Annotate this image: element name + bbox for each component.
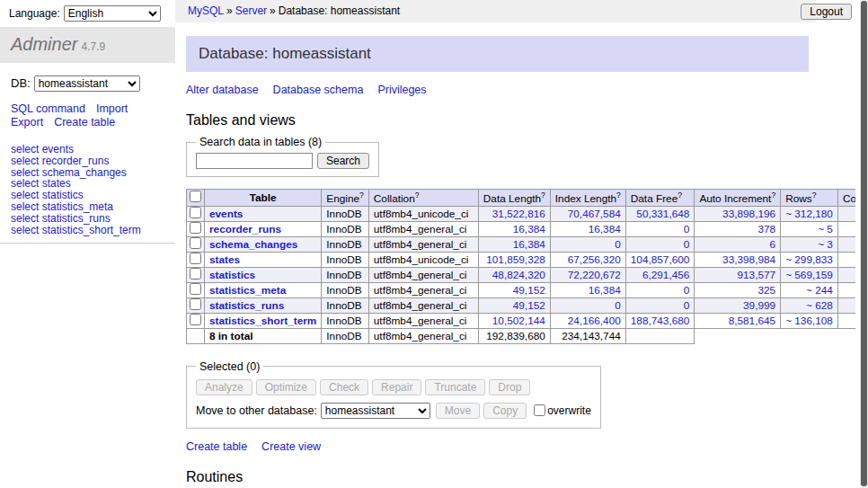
import-link[interactable]: Import: [96, 102, 128, 115]
index-length-link[interactable]: 72,220,672: [555, 269, 621, 281]
auto-increment-link[interactable]: 8,581,645: [699, 315, 775, 327]
auto-increment-link[interactable]: 378: [699, 223, 775, 235]
sidebar-table-link[interactable]: select statistics_short_term: [11, 224, 141, 236]
rows-link[interactable]: ~ 3: [785, 238, 833, 251]
move-db-select[interactable]: homeassistant: [321, 403, 430, 419]
scrollbar-thumb[interactable]: [861, 1, 867, 486]
privileges-link[interactable]: Privileges: [377, 84, 426, 96]
data-free-link[interactable]: 0: [631, 299, 690, 312]
row-checkbox[interactable]: [190, 298, 201, 310]
db-select[interactable]: homeassistant: [34, 75, 140, 92]
overwrite-checkbox[interactable]: [534, 404, 545, 416]
rows-link[interactable]: ~ 136,108: [785, 315, 833, 327]
table-name-link[interactable]: schema_changes: [209, 238, 297, 251]
row-checkbox[interactable]: [190, 283, 201, 295]
rows-link[interactable]: ~ 244: [785, 284, 833, 297]
data-length-link[interactable]: 49,152: [483, 299, 545, 312]
row-checkbox[interactable]: [190, 314, 201, 325]
data-free-link[interactable]: 50,331,648: [631, 208, 690, 220]
database-schema-link[interactable]: Database schema: [273, 84, 364, 96]
cell-table-name: statistics_runs: [205, 297, 322, 313]
totals-data-free: [625, 328, 695, 343]
data-length-link[interactable]: 16,384: [483, 238, 545, 251]
data-length-link[interactable]: 31,522,816: [483, 208, 545, 220]
search-input[interactable]: [196, 153, 313, 169]
data-free-link[interactable]: 188,743,680: [631, 315, 690, 327]
create-table-sidebar-link[interactable]: Create table: [54, 116, 115, 129]
table-name-link[interactable]: statistics_runs: [209, 299, 284, 312]
table-name-link[interactable]: states: [209, 253, 240, 266]
auto-increment-link[interactable]: 39,999: [699, 299, 775, 312]
data-length-link[interactable]: 48,824,320: [483, 269, 545, 281]
cell-index-length: 70,467,584: [550, 206, 625, 221]
create-table-link[interactable]: Create table: [186, 440, 247, 453]
database-actions: Alter databaseDatabase schemaPrivileges: [186, 84, 855, 96]
search-button[interactable]: Search: [317, 153, 369, 169]
data-free-link[interactable]: 6,291,456: [631, 269, 690, 281]
create-view-link[interactable]: Create view: [261, 440, 321, 453]
alter-database-link[interactable]: Alter database: [186, 84, 259, 96]
row-checkbox[interactable]: [190, 268, 201, 279]
move-button[interactable]: Move: [436, 403, 480, 419]
auto-increment-link[interactable]: 33,398,984: [699, 253, 775, 266]
adminer-logo-link[interactable]: Adminer: [11, 34, 77, 54]
cell-auto-increment: 33,398,984: [695, 252, 781, 267]
table-name-link[interactable]: recorder_runs: [209, 223, 281, 235]
rows-link[interactable]: ~ 628: [785, 299, 833, 312]
drop-button[interactable]: Drop: [489, 379, 530, 395]
auto-increment-link[interactable]: 6: [699, 238, 775, 251]
index-length-link[interactable]: 16,384: [555, 223, 621, 235]
sql-command-link[interactable]: SQL command: [11, 102, 85, 115]
cell-data-free: 0: [625, 297, 695, 313]
table-name-link[interactable]: events: [209, 208, 243, 220]
data-length-link[interactable]: 49,152: [483, 284, 545, 297]
index-length-link[interactable]: 16,384: [555, 284, 621, 297]
auto-increment-link[interactable]: 33,898,196: [699, 208, 775, 220]
optimize-button[interactable]: Optimize: [256, 379, 316, 395]
rows-link[interactable]: ~ 299,833: [785, 253, 833, 266]
repair-button[interactable]: Repair: [372, 379, 421, 395]
index-length-link[interactable]: 24,166,400: [555, 315, 621, 327]
data-free-link[interactable]: 0: [631, 238, 690, 251]
logout-button[interactable]: Logout: [801, 4, 852, 20]
rows-link[interactable]: ~ 5: [785, 223, 833, 235]
data-free-link[interactable]: 104,857,600: [631, 253, 690, 266]
data-free-link[interactable]: 0: [631, 284, 690, 297]
auto-increment-link[interactable]: 325: [699, 284, 775, 297]
rows-link[interactable]: ~ 312,180: [785, 208, 833, 220]
row-checkbox-cell: [187, 282, 205, 297]
breadcrumb-link-server[interactable]: Server: [235, 4, 267, 17]
index-length-link[interactable]: 70,467,584: [555, 208, 621, 220]
select-all-checkbox[interactable]: [190, 191, 201, 202]
auto-increment-link[interactable]: 913,577: [699, 269, 775, 281]
index-length-link[interactable]: 67,256,320: [555, 253, 621, 266]
data-length-link[interactable]: 101,859,328: [483, 253, 545, 266]
analyze-button[interactable]: Analyze: [196, 379, 252, 395]
row-checkbox[interactable]: [190, 207, 201, 218]
routines-heading: Routines: [186, 469, 855, 485]
cell-data-length: 10,502,144: [478, 313, 550, 328]
truncate-button[interactable]: Truncate: [425, 379, 485, 395]
table-name-link[interactable]: statistics: [209, 269, 255, 281]
row-checkbox[interactable]: [190, 237, 201, 249]
export-link[interactable]: Export: [11, 116, 43, 129]
language-select[interactable]: English: [64, 5, 161, 22]
row-checkbox[interactable]: [190, 253, 201, 264]
data-length-link[interactable]: 16,384: [483, 223, 545, 235]
cell-table-name: statistics_short_term: [205, 313, 322, 328]
data-free-link[interactable]: 0: [631, 223, 690, 235]
breadcrumb-link-mysql[interactable]: MySQL: [188, 4, 224, 17]
cell-index-length: 24,166,400: [550, 313, 625, 328]
vertical-scrollbar[interactable]: [860, 0, 868, 488]
data-length-link[interactable]: 10,502,144: [483, 315, 545, 327]
rows-link[interactable]: ~ 569,159: [785, 269, 833, 281]
index-length-link[interactable]: 0: [555, 238, 621, 251]
copy-button[interactable]: Copy: [483, 403, 527, 419]
table-name-link[interactable]: statistics_short_term: [209, 315, 316, 327]
tables-header-row: TableEngine?Collation?Data Length?Index …: [187, 190, 856, 207]
index-length-link[interactable]: 0: [555, 299, 621, 312]
cell-data-free: 188,743,680: [625, 313, 695, 328]
check-button[interactable]: Check: [320, 379, 368, 395]
row-checkbox[interactable]: [190, 222, 201, 234]
table-name-link[interactable]: statistics_meta: [209, 284, 286, 297]
